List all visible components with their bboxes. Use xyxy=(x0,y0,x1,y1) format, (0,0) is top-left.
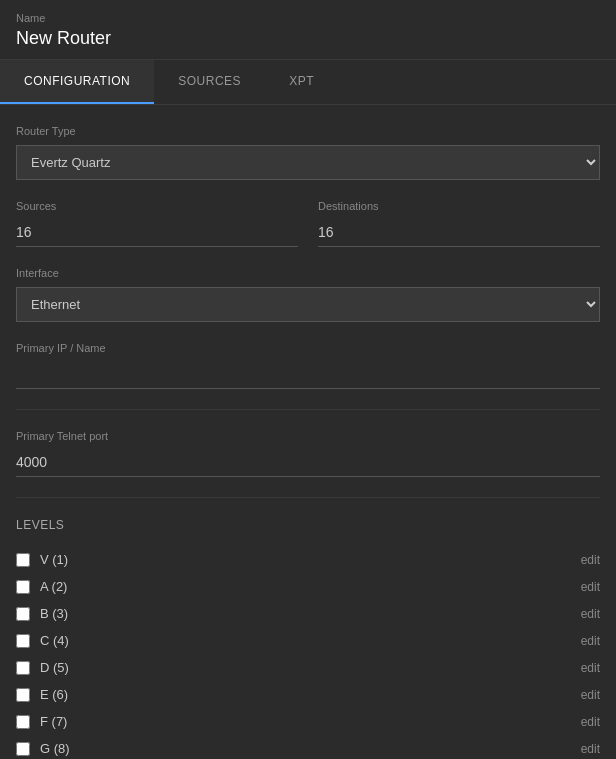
level-a2-edit[interactable]: edit xyxy=(581,580,600,594)
list-item: B (3) edit xyxy=(16,600,600,627)
content-area: Router Type Evertz Quartz Grass Valley N… xyxy=(0,105,616,759)
list-item: E (6) edit xyxy=(16,681,600,708)
router-type-group: Router Type Evertz Quartz Grass Valley N… xyxy=(16,125,600,180)
tab-sources[interactable]: SOURCES xyxy=(154,60,265,104)
level-g8-edit[interactable]: edit xyxy=(581,742,600,756)
primary-telnet-group: Primary Telnet port xyxy=(16,430,600,477)
tab-xpt[interactable]: XPT xyxy=(265,60,338,104)
destinations-group: Destinations 16 xyxy=(318,200,600,247)
tabs-container: CONFIGURATION SOURCES XPT xyxy=(0,60,616,105)
destinations-value: 16 xyxy=(318,220,600,247)
interface-group: Interface Ethernet Serial UDP xyxy=(16,267,600,322)
interface-select[interactable]: Ethernet Serial UDP xyxy=(16,287,600,322)
level-f7-label: F (7) xyxy=(40,714,571,729)
level-b3-label: B (3) xyxy=(40,606,571,621)
sources-label: Sources xyxy=(16,200,298,212)
level-v1-checkbox[interactable] xyxy=(16,553,30,567)
level-a2-checkbox[interactable] xyxy=(16,580,30,594)
interface-label: Interface xyxy=(16,267,600,279)
name-label: Name xyxy=(16,12,600,24)
primary-ip-label: Primary IP / Name xyxy=(16,342,600,354)
level-v1-label: V (1) xyxy=(40,552,571,567)
list-item: F (7) edit xyxy=(16,708,600,735)
level-a2-label: A (2) xyxy=(40,579,571,594)
sources-value: 16 xyxy=(16,220,298,247)
levels-title: LEVELS xyxy=(16,518,600,532)
level-v1-edit[interactable]: edit xyxy=(581,553,600,567)
level-e6-checkbox[interactable] xyxy=(16,688,30,702)
router-type-label: Router Type xyxy=(16,125,600,137)
primary-ip-input[interactable] xyxy=(16,362,600,389)
list-item: V (1) edit xyxy=(16,546,600,573)
list-item: G (8) edit xyxy=(16,735,600,759)
level-f7-edit[interactable]: edit xyxy=(581,715,600,729)
level-d5-label: D (5) xyxy=(40,660,571,675)
level-d5-edit[interactable]: edit xyxy=(581,661,600,675)
level-b3-edit[interactable]: edit xyxy=(581,607,600,621)
page-title: New Router xyxy=(16,28,600,49)
levels-section: LEVELS V (1) edit A (2) edit B (3) edit … xyxy=(16,518,600,759)
sources-group: Sources 16 xyxy=(16,200,298,247)
level-g8-checkbox[interactable] xyxy=(16,742,30,756)
level-c4-label: C (4) xyxy=(40,633,571,648)
level-e6-edit[interactable]: edit xyxy=(581,688,600,702)
primary-telnet-input[interactable] xyxy=(16,450,600,477)
list-item: D (5) edit xyxy=(16,654,600,681)
level-d5-checkbox[interactable] xyxy=(16,661,30,675)
divider-2 xyxy=(16,497,600,498)
header: Name New Router xyxy=(0,0,616,60)
primary-telnet-label: Primary Telnet port xyxy=(16,430,600,442)
primary-ip-group: Primary IP / Name xyxy=(16,342,600,389)
level-f7-checkbox[interactable] xyxy=(16,715,30,729)
level-c4-edit[interactable]: edit xyxy=(581,634,600,648)
level-b3-checkbox[interactable] xyxy=(16,607,30,621)
list-item: A (2) edit xyxy=(16,573,600,600)
destinations-label: Destinations xyxy=(318,200,600,212)
router-type-select[interactable]: Evertz Quartz Grass Valley Nevion Ross V… xyxy=(16,145,600,180)
list-item: C (4) edit xyxy=(16,627,600,654)
divider-1 xyxy=(16,409,600,410)
level-g8-label: G (8) xyxy=(40,741,571,756)
sources-destinations-row: Sources 16 Destinations 16 xyxy=(16,200,600,247)
level-c4-checkbox[interactable] xyxy=(16,634,30,648)
tab-configuration[interactable]: CONFIGURATION xyxy=(0,60,154,104)
level-e6-label: E (6) xyxy=(40,687,571,702)
